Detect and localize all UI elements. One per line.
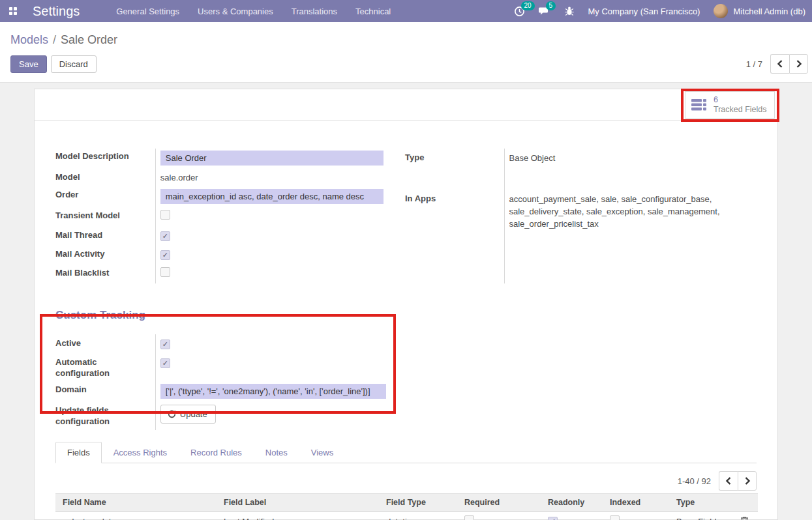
- top-navbar: Settings General Settings Users & Compan…: [0, 0, 812, 22]
- transient-model-label: Transient Model: [55, 210, 120, 220]
- order-label: Order: [55, 190, 78, 199]
- tab-notes[interactable]: Notes: [254, 442, 299, 463]
- app-title[interactable]: Settings: [33, 4, 80, 19]
- debug-systray-button[interactable]: [564, 6, 575, 16]
- menu-general-settings[interactable]: General Settings: [116, 7, 179, 16]
- company-switcher[interactable]: My Company (San Francisco): [588, 7, 700, 16]
- breadcrumb-models-link[interactable]: Models: [10, 33, 48, 46]
- fields-table-header-row: Field Name Field Label Field Type Requir…: [55, 494, 758, 512]
- tab-access-rights[interactable]: Access Rights: [102, 442, 179, 463]
- breadcrumb-separator: /: [53, 33, 56, 46]
- model-row: Model sale.order: [55, 168, 405, 187]
- col-type[interactable]: Type: [669, 494, 733, 512]
- form-sheet: 6 Tracked Fields Model Description Model…: [34, 89, 778, 520]
- delete-row-button[interactable]: [740, 516, 749, 520]
- model-label: Model: [55, 172, 80, 182]
- button-box: 6 Tracked Fields: [35, 89, 777, 121]
- active-checkbox[interactable]: ✓: [160, 339, 170, 349]
- cell-field-name: __last_update: [55, 512, 217, 520]
- left-field-group: Model Description Model sale.order Order…: [55, 149, 405, 283]
- model-value: sale.order: [160, 173, 198, 182]
- custom-tracking-heading: Custom Tracking: [55, 308, 757, 323]
- readonly-checkbox[interactable]: ✓: [548, 517, 558, 520]
- mail-activity-checkbox[interactable]: ✓: [160, 250, 170, 260]
- in-apps-row: In Apps account_payment_sale, sale, sale…: [405, 190, 739, 283]
- chevron-left-icon: [725, 477, 732, 485]
- fields-list-next-button[interactable]: [738, 471, 757, 491]
- col-readonly[interactable]: Readonly: [541, 494, 603, 512]
- in-apps-value: account_payment_sale, sale, sale_configu…: [509, 194, 720, 229]
- model-description-input[interactable]: [160, 151, 383, 166]
- fields-list-previous-button[interactable]: [719, 471, 738, 491]
- refresh-icon: [168, 410, 176, 418]
- user-menu[interactable]: Mitchell Admin (db): [714, 4, 805, 18]
- type-label: Type: [405, 152, 424, 162]
- breadcrumb-current: Sale Order: [61, 33, 117, 46]
- mail-activity-row: Mail Activity ✓: [55, 245, 405, 264]
- messages-badge: 5: [546, 1, 556, 10]
- menu-technical[interactable]: Technical: [355, 7, 391, 16]
- update-fields-configuration-row: Update fields configuration Update: [55, 401, 405, 430]
- cell-field-type: datetime: [379, 512, 457, 520]
- fields-list-pager-text: 1-40 / 92: [678, 476, 711, 486]
- tracked-fields-stat-button[interactable]: 6 Tracked Fields: [685, 91, 775, 119]
- record-pager: 1 / 7: [746, 54, 808, 74]
- indexed-checkbox[interactable]: [610, 515, 620, 520]
- model-description-label: Model Description: [55, 151, 129, 161]
- automatic-configuration-row: Automatic configuration ✓: [55, 353, 405, 382]
- table-row[interactable]: __last_update Last Modified on datetime …: [55, 512, 758, 520]
- record-pager-next-button[interactable]: [789, 54, 808, 74]
- content-area: 6 Tracked Fields Model Description Model…: [0, 83, 812, 520]
- chevron-right-icon: [744, 477, 751, 485]
- custom-tracking-group: Active ✓ Automatic configuration ✓ Domai…: [55, 334, 405, 430]
- mail-thread-checkbox[interactable]: ✓: [160, 231, 170, 241]
- col-field-type[interactable]: Field Type: [379, 494, 457, 512]
- tracked-fields-icon: [691, 98, 708, 111]
- mail-activity-label: Mail Activity: [55, 249, 104, 259]
- automatic-configuration-checkbox[interactable]: ✓: [160, 358, 170, 368]
- cell-field-label: Last Modified on: [217, 512, 379, 520]
- mail-thread-row: Mail Thread ✓: [55, 226, 405, 245]
- tab-views[interactable]: Views: [299, 442, 345, 463]
- col-actions: [733, 494, 758, 512]
- discard-button[interactable]: Discard: [51, 55, 97, 73]
- user-name: Mitchell Admin (db): [733, 7, 805, 16]
- control-panel: Models/Sale Order Save Discard 1 / 7: [0, 22, 812, 83]
- domain-input[interactable]: [160, 384, 386, 399]
- record-pager-text: 1 / 7: [746, 59, 762, 69]
- type-row: Type Base Object: [405, 149, 739, 190]
- update-button[interactable]: Update: [160, 405, 216, 424]
- tracked-fields-count: 6: [714, 95, 767, 105]
- messages-systray-button[interactable]: 5: [539, 6, 550, 16]
- activity-systray-button[interactable]: 20: [514, 6, 525, 17]
- tracked-fields-label: Tracked Fields: [714, 105, 767, 115]
- breadcrumb: Models/Sale Order: [10, 33, 808, 47]
- mail-blacklist-checkbox[interactable]: [160, 267, 170, 277]
- col-field-label[interactable]: Field Label: [217, 494, 379, 512]
- col-required[interactable]: Required: [457, 494, 541, 512]
- chevron-left-icon: [777, 60, 783, 68]
- fields-table: Field Name Field Label Field Type Requir…: [55, 493, 758, 520]
- menu-translations[interactable]: Translations: [292, 7, 337, 16]
- record-pager-previous-button[interactable]: [770, 54, 789, 74]
- mail-blacklist-row: Mail Blacklist: [55, 264, 405, 283]
- order-row: Order: [55, 187, 405, 207]
- tab-fields[interactable]: Fields: [55, 442, 102, 463]
- col-indexed[interactable]: Indexed: [603, 494, 669, 512]
- transient-model-checkbox[interactable]: [160, 210, 170, 220]
- chevron-right-icon: [796, 60, 802, 68]
- col-field-name[interactable]: Field Name: [55, 494, 217, 512]
- menu-users-companies[interactable]: Users & Companies: [198, 7, 273, 16]
- required-checkbox[interactable]: [464, 515, 474, 520]
- save-button[interactable]: Save: [10, 55, 47, 73]
- right-field-group: Type Base Object In Apps account_payment…: [405, 149, 739, 283]
- order-input[interactable]: [160, 189, 383, 204]
- automatic-configuration-label: Automatic configuration: [55, 357, 110, 378]
- apps-menu-icon[interactable]: [9, 7, 17, 15]
- tab-record-rules[interactable]: Record Rules: [179, 442, 254, 463]
- model-description-row: Model Description: [55, 149, 405, 168]
- systray: 20 5 My Company (San Francisco) Mitchell…: [514, 4, 806, 18]
- update-fields-configuration-label: Update fields configuration: [55, 405, 110, 426]
- active-label: Active: [55, 338, 81, 348]
- fields-list-pager: 1-40 / 92: [55, 471, 757, 491]
